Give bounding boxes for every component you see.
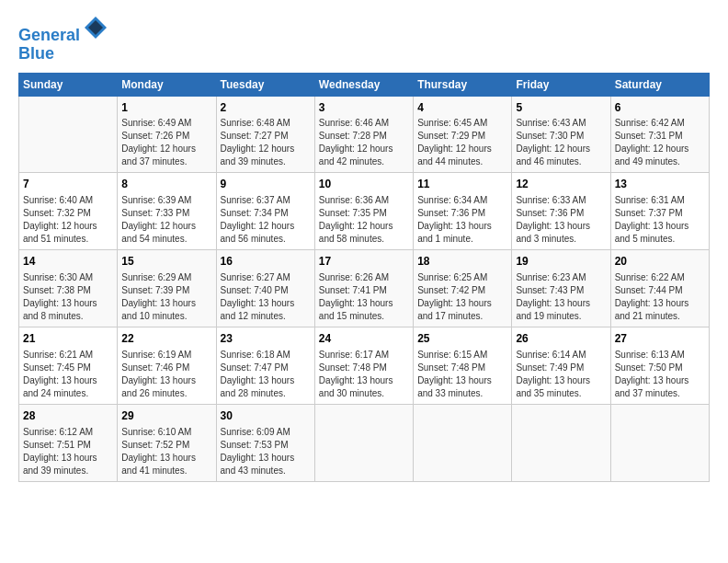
- calendar-cell: 26Sunrise: 6:14 AM Sunset: 7:49 PM Dayli…: [512, 327, 610, 404]
- day-info: Sunrise: 6:17 AM Sunset: 7:48 PM Dayligh…: [319, 349, 409, 400]
- day-info: Sunrise: 6:27 AM Sunset: 7:40 PM Dayligh…: [221, 271, 311, 323]
- day-info: Sunrise: 6:14 AM Sunset: 7:49 PM Dayligh…: [516, 349, 606, 400]
- calendar-cell: 8Sunrise: 6:39 AM Sunset: 7:33 PM Daylig…: [118, 173, 216, 250]
- logo-text: General Blue: [18, 15, 108, 63]
- day-info: Sunrise: 6:43 AM Sunset: 7:30 PM Dayligh…: [516, 117, 606, 168]
- day-info: Sunrise: 6:30 AM Sunset: 7:38 PM Dayligh…: [23, 271, 113, 323]
- calendar-cell: 10Sunrise: 6:36 AM Sunset: 7:35 PM Dayli…: [314, 173, 413, 250]
- calendar-cell: 21Sunrise: 6:21 AM Sunset: 7:45 PM Dayli…: [19, 327, 118, 404]
- day-info: Sunrise: 6:33 AM Sunset: 7:36 PM Dayligh…: [516, 194, 606, 246]
- day-info: Sunrise: 6:48 AM Sunset: 7:27 PM Dayligh…: [221, 117, 311, 168]
- page: General Blue SundayMondayTuesdayWednesda…: [0, 0, 728, 491]
- calendar-cell: 4Sunrise: 6:45 AM Sunset: 7:29 PM Daylig…: [414, 96, 512, 173]
- calendar-cell: 30Sunrise: 6:09 AM Sunset: 7:53 PM Dayli…: [216, 404, 314, 481]
- day-number: 16: [221, 254, 311, 270]
- col-header-wednesday: Wednesday: [314, 73, 413, 96]
- col-header-saturday: Saturday: [610, 73, 709, 96]
- day-info: Sunrise: 6:37 AM Sunset: 7:34 PM Dayligh…: [221, 194, 311, 246]
- day-number: 5: [516, 100, 606, 116]
- day-number: 15: [121, 254, 211, 270]
- day-info: Sunrise: 6:39 AM Sunset: 7:33 PM Dayligh…: [121, 194, 211, 246]
- calendar-body: 1Sunrise: 6:49 AM Sunset: 7:26 PM Daylig…: [19, 96, 710, 481]
- day-number: 26: [516, 331, 606, 347]
- week-row-4: 21Sunrise: 6:21 AM Sunset: 7:45 PM Dayli…: [19, 327, 710, 404]
- calendar-cell: 25Sunrise: 6:15 AM Sunset: 7:48 PM Dayli…: [414, 327, 512, 404]
- calendar-cell: 27Sunrise: 6:13 AM Sunset: 7:50 PM Dayli…: [610, 327, 709, 404]
- col-header-tuesday: Tuesday: [216, 73, 314, 96]
- day-number: 13: [615, 177, 705, 192]
- calendar-cell: 5Sunrise: 6:43 AM Sunset: 7:30 PM Daylig…: [512, 96, 610, 173]
- week-row-1: 1Sunrise: 6:49 AM Sunset: 7:26 PM Daylig…: [19, 96, 710, 173]
- header: General Blue: [18, 15, 710, 63]
- day-number: 6: [615, 100, 705, 116]
- calendar-cell: 22Sunrise: 6:19 AM Sunset: 7:46 PM Dayli…: [118, 327, 216, 404]
- day-number: 27: [615, 331, 705, 347]
- calendar-cell: [610, 404, 709, 481]
- calendar-cell: [19, 96, 118, 173]
- day-info: Sunrise: 6:34 AM Sunset: 7:36 PM Dayligh…: [417, 194, 507, 246]
- day-number: 22: [121, 331, 211, 347]
- day-number: 29: [121, 408, 211, 424]
- day-number: 18: [417, 254, 507, 270]
- day-info: Sunrise: 6:10 AM Sunset: 7:52 PM Dayligh…: [121, 426, 211, 477]
- day-info: Sunrise: 6:18 AM Sunset: 7:47 PM Dayligh…: [221, 349, 311, 400]
- day-info: Sunrise: 6:15 AM Sunset: 7:48 PM Dayligh…: [417, 349, 507, 400]
- day-number: 12: [516, 177, 606, 192]
- calendar-cell: [314, 404, 413, 481]
- day-number: 14: [23, 254, 113, 270]
- calendar-cell: 17Sunrise: 6:26 AM Sunset: 7:41 PM Dayli…: [314, 250, 413, 327]
- col-header-friday: Friday: [512, 73, 610, 96]
- day-info: Sunrise: 6:19 AM Sunset: 7:46 PM Dayligh…: [121, 349, 211, 400]
- day-info: Sunrise: 6:31 AM Sunset: 7:37 PM Dayligh…: [615, 194, 705, 246]
- day-info: Sunrise: 6:21 AM Sunset: 7:45 PM Dayligh…: [23, 349, 113, 400]
- day-info: Sunrise: 6:13 AM Sunset: 7:50 PM Dayligh…: [615, 349, 705, 400]
- calendar-cell: [414, 404, 512, 481]
- calendar-cell: 16Sunrise: 6:27 AM Sunset: 7:40 PM Dayli…: [216, 250, 314, 327]
- day-info: Sunrise: 6:25 AM Sunset: 7:42 PM Dayligh…: [417, 271, 507, 323]
- day-info: Sunrise: 6:09 AM Sunset: 7:53 PM Dayligh…: [221, 426, 311, 477]
- calendar-cell: 29Sunrise: 6:10 AM Sunset: 7:52 PM Dayli…: [118, 404, 216, 481]
- day-number: 11: [417, 177, 507, 192]
- day-number: 10: [319, 177, 409, 192]
- day-info: Sunrise: 6:26 AM Sunset: 7:41 PM Dayligh…: [319, 271, 409, 323]
- day-info: Sunrise: 6:40 AM Sunset: 7:32 PM Dayligh…: [23, 194, 113, 246]
- day-info: Sunrise: 6:42 AM Sunset: 7:31 PM Dayligh…: [615, 117, 705, 168]
- col-header-monday: Monday: [118, 73, 216, 96]
- logo-blue: Blue: [18, 44, 54, 63]
- day-number: 25: [417, 331, 507, 347]
- day-number: 2: [221, 100, 311, 116]
- day-info: Sunrise: 6:23 AM Sunset: 7:43 PM Dayligh…: [516, 271, 606, 323]
- day-number: 20: [615, 254, 705, 270]
- day-number: 9: [221, 177, 311, 192]
- day-number: 17: [319, 254, 409, 270]
- day-number: 23: [221, 331, 311, 347]
- week-row-2: 7Sunrise: 6:40 AM Sunset: 7:32 PM Daylig…: [19, 173, 710, 250]
- day-info: Sunrise: 6:49 AM Sunset: 7:26 PM Dayligh…: [121, 117, 211, 168]
- day-number: 19: [516, 254, 606, 270]
- day-info: Sunrise: 6:46 AM Sunset: 7:28 PM Dayligh…: [319, 117, 409, 168]
- day-number: 1: [121, 100, 211, 116]
- col-header-sunday: Sunday: [19, 73, 118, 96]
- calendar-cell: 12Sunrise: 6:33 AM Sunset: 7:36 PM Dayli…: [512, 173, 610, 250]
- calendar-cell: 15Sunrise: 6:29 AM Sunset: 7:39 PM Dayli…: [118, 250, 216, 327]
- calendar-cell: 19Sunrise: 6:23 AM Sunset: 7:43 PM Dayli…: [512, 250, 610, 327]
- week-row-3: 14Sunrise: 6:30 AM Sunset: 7:38 PM Dayli…: [19, 250, 710, 327]
- calendar-cell: 9Sunrise: 6:37 AM Sunset: 7:34 PM Daylig…: [216, 173, 314, 250]
- calendar-table: SundayMondayTuesdayWednesdayThursdayFrid…: [18, 73, 710, 482]
- day-info: Sunrise: 6:45 AM Sunset: 7:29 PM Dayligh…: [417, 117, 507, 168]
- day-number: 28: [23, 408, 113, 424]
- calendar-cell: 18Sunrise: 6:25 AM Sunset: 7:42 PM Dayli…: [414, 250, 512, 327]
- logo-general: General: [18, 26, 80, 44]
- calendar-cell: 11Sunrise: 6:34 AM Sunset: 7:36 PM Dayli…: [414, 173, 512, 250]
- calendar-cell: 20Sunrise: 6:22 AM Sunset: 7:44 PM Dayli…: [610, 250, 709, 327]
- day-number: 8: [121, 177, 211, 192]
- week-row-5: 28Sunrise: 6:12 AM Sunset: 7:51 PM Dayli…: [19, 404, 710, 481]
- calendar-cell: 1Sunrise: 6:49 AM Sunset: 7:26 PM Daylig…: [118, 96, 216, 173]
- calendar-header-row: SundayMondayTuesdayWednesdayThursdayFrid…: [19, 73, 710, 96]
- calendar-cell: 14Sunrise: 6:30 AM Sunset: 7:38 PM Dayli…: [19, 250, 118, 327]
- day-info: Sunrise: 6:12 AM Sunset: 7:51 PM Dayligh…: [23, 426, 113, 477]
- logo: General Blue: [18, 15, 108, 63]
- calendar-cell: 6Sunrise: 6:42 AM Sunset: 7:31 PM Daylig…: [610, 96, 709, 173]
- calendar-cell: 3Sunrise: 6:46 AM Sunset: 7:28 PM Daylig…: [314, 96, 413, 173]
- calendar-cell: [512, 404, 610, 481]
